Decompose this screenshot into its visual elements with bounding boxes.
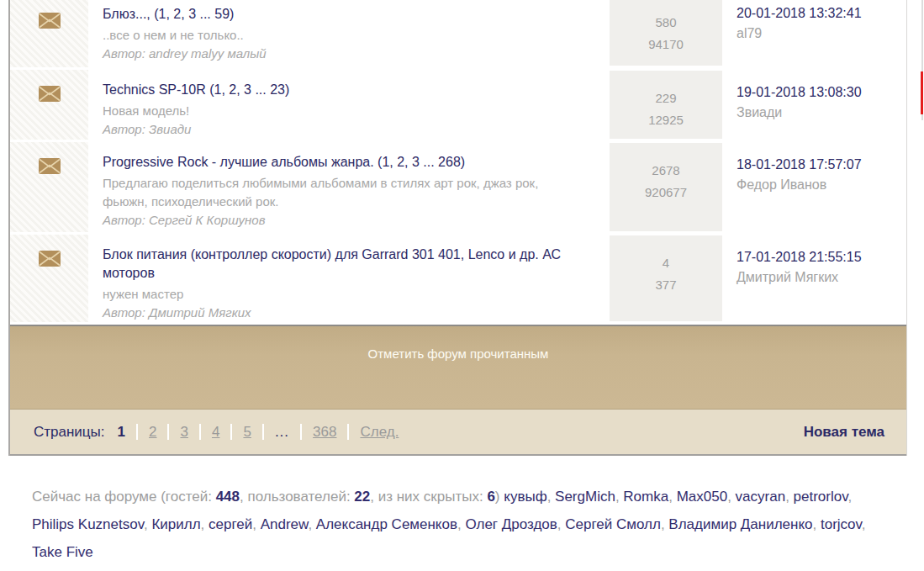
replies-count: 2678 [610,160,722,182]
page-divider [136,424,138,440]
table-row: Блюз..., (1, 2, 3 ... 59) ..все о нем и … [10,0,906,67]
list-separator: , [144,516,151,532]
topic-title-link[interactable]: Блюз..., (1, 2, 3 ... 59) [103,5,583,24]
online-user-link[interactable]: Max050 [677,489,727,505]
online-user-link[interactable]: Владимир Даниленко [668,516,812,532]
online-summary-text: , пользователей: [240,489,354,505]
users-count: 22 [354,489,370,505]
page-link-2[interactable]: 2 [149,424,156,441]
topic-icon-cell [10,0,88,67]
list-separator: , [862,516,866,532]
table-row: Progressive Rock - лучшие альбомы жанра.… [10,142,906,232]
last-post-cell: 19-01-2018 13:08:30 Звиади [729,70,906,140]
online-user-link[interactable]: petrorlov [794,489,848,505]
last-post-author: Федор Иванов [737,177,902,193]
online-user-link[interactable]: сергей [209,516,252,532]
page-link-5[interactable]: 5 [243,424,251,441]
topic-stats: 2678 920677 [610,143,722,231]
topic-title-link[interactable]: Technics SP-10R (1, 2, 3 ... 23) [103,81,583,99]
online-user-link[interactable]: torjcov [821,516,862,532]
last-post-date-link[interactable]: 17-01-2018 21:55:15 [737,249,902,266]
topic-cell: Блок питания (контроллер скорости) для G… [88,235,603,322]
topic-author: Автор: Звиади [103,120,583,139]
pages-label: Страницы: [34,424,105,441]
hidden-count: 6 [487,489,494,505]
list-separator: , [661,516,668,532]
page-link-last[interactable]: 368 [313,424,336,441]
guests-count: 448 [216,489,240,505]
last-post-cell: 18-01-2018 17:57:07 Федор Иванов [729,142,906,232]
list-separator: , [785,489,793,505]
scrollbar-thumb[interactable] [921,71,923,114]
topic-stats: 229 12925 [610,71,722,139]
last-post-author: Дмитрий Мягких [737,270,902,285]
last-post-cell: 20-01-2018 13:32:41 al79 [729,0,906,67]
next-page-link[interactable]: След. [360,424,399,441]
topic-title-link[interactable]: Progressive Rock - лучшие альбомы жанра.… [103,153,583,172]
topic-icon-cell [10,235,88,322]
stats-cell: 580 94170 [603,0,729,67]
online-user-link[interactable]: Олег Дроздов [465,516,557,532]
online-user-link[interactable]: Кирилл [151,516,200,532]
new-topic-button[interactable]: Новая тема [804,424,884,441]
topic-stats: 580 94170 [610,0,722,66]
last-post-author: Звиади [737,105,902,120]
online-summary-text: , из них скрытых: [370,489,487,505]
page-link-3[interactable]: 3 [180,424,187,441]
online-users-block: Сейчас на форуме (гостей: 448, пользоват… [32,483,883,566]
list-separator: , [201,516,209,532]
list-separator: , [308,516,315,532]
envelope-icon [39,158,61,174]
page-divider [167,424,169,440]
last-post-date-link[interactable]: 20-01-2018 13:32:41 [737,5,902,22]
online-user-link[interactable]: Сергей Смолл [565,516,661,532]
last-post-date-link[interactable]: 18-01-2018 17:57:07 [737,156,902,173]
replies-count: 229 [610,87,722,109]
views-count: 94170 [610,34,722,56]
replies-count: 580 [610,12,722,34]
online-user-link[interactable]: Andrew [261,516,309,532]
envelope-icon [39,251,61,267]
online-user-link[interactable]: Philips Kuznetsov [32,516,144,532]
page-divider [347,424,349,440]
online-user-link[interactable]: Take Five [32,544,93,560]
topic-cell: Technics SP-10R (1, 2, 3 ... 23) Новая м… [88,70,603,140]
list-separator: , [813,516,821,532]
topic-table: Блюз..., (1, 2, 3 ... 59) ..все о нем и … [8,0,907,456]
online-user-link[interactable]: кувыф [504,489,546,505]
online-user-link[interactable]: Romka [623,489,668,505]
topic-description: Новая модель! [103,102,583,120]
list-separator: , [557,516,565,532]
pagination-bar: Страницы: 1 2 3 4 5 ... 368 След. Новая … [10,410,906,456]
topic-author: Автор: Дмитрий Мягких [103,304,583,322]
list-separator: , [547,489,555,505]
views-count: 920677 [610,182,722,204]
envelope-icon [39,13,61,29]
topic-description: Предлагаю поделиться любимыми альбомами … [103,174,583,211]
topic-description: нужен мастер [103,285,583,304]
topic-stats: 4 377 [610,235,722,321]
topic-icon-cell [10,142,88,232]
page-link-4[interactable]: 4 [212,424,219,441]
online-user-link[interactable]: vacyran [736,489,786,505]
online-user-link[interactable]: SergMich [555,489,615,505]
pages-ellipsis: ... [275,424,289,441]
last-post-date-link[interactable]: 19-01-2018 13:08:30 [737,84,902,101]
stats-cell: 4 377 [603,235,729,322]
envelope-icon [39,86,61,102]
forum-page: Блюз..., (1, 2, 3 ... 59) ..все о нем и … [0,0,924,571]
list-separator: , [847,489,852,505]
list-separator: , [668,489,676,505]
topic-author: Автор: andrey malyy малый [103,45,583,63]
mark-forum-read-button[interactable]: Отметить форум прочитанным [10,325,906,410]
online-summary-text: Сейчас на форуме (гостей: [32,489,216,505]
replies-count: 4 [610,252,722,274]
list-separator: , [615,489,623,505]
stats-cell: 229 12925 [603,70,729,140]
online-summary-text: ) [495,489,504,505]
list-separator: , [252,516,260,532]
online-user-link[interactable]: Александр Семенков [316,516,457,532]
table-row: Блок питания (контроллер скорости) для G… [10,235,906,322]
topic-title-link[interactable]: Блок питания (контроллер скорости) для G… [103,246,583,283]
topic-icon-cell [10,70,88,140]
